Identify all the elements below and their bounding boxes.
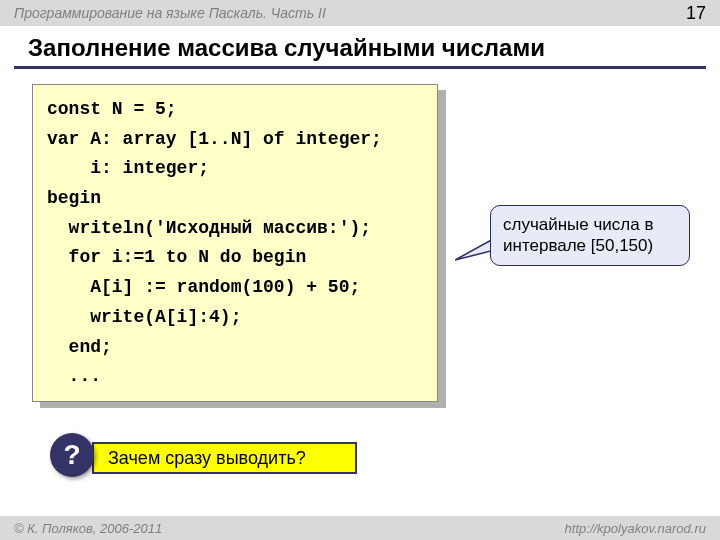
page-number: 17 [686, 3, 706, 24]
heading-underline [14, 66, 706, 69]
code-line: A[i] := random(100) + 50; [47, 277, 360, 297]
topbar-title: Программирование на языке Паскаль. Часть… [14, 5, 326, 21]
callout-bubble: случайные числа в интервале [50,150) [490, 205, 690, 266]
footer-url: http://kpolyakov.narod.ru [565, 521, 706, 536]
code-line: i: integer; [47, 158, 209, 178]
code-line: end; [47, 337, 112, 357]
code-line: write(A[i]:4); [47, 307, 241, 327]
code-line: var A: array [1..N] of integer; [47, 129, 382, 149]
code-block: const N = 5; var A: array [1..N] of inte… [32, 84, 438, 402]
footer-copyright: © К. Поляков, 2006-2011 [14, 521, 162, 536]
code-line: begin [47, 188, 101, 208]
svg-marker-0 [455, 238, 495, 260]
topbar: Программирование на языке Паскаль. Часть… [0, 0, 720, 26]
question-mark-icon: ? [63, 439, 80, 471]
question-box: Зачем сразу выводить? [92, 442, 357, 474]
code-line: ... [47, 366, 101, 386]
code-line: writeln('Исходный массив:'); [47, 218, 371, 238]
question-text: Зачем сразу выводить? [108, 448, 306, 469]
code-line: for i:=1 to N do begin [47, 247, 306, 267]
footer: © К. Поляков, 2006-2011 http://kpolyakov… [0, 516, 720, 540]
question-badge: ? [50, 433, 94, 477]
page-title: Заполнение массива случайными числами [28, 34, 545, 62]
code-line: const N = 5; [47, 99, 177, 119]
callout-text: случайные числа в интервале [50,150) [503, 215, 654, 255]
